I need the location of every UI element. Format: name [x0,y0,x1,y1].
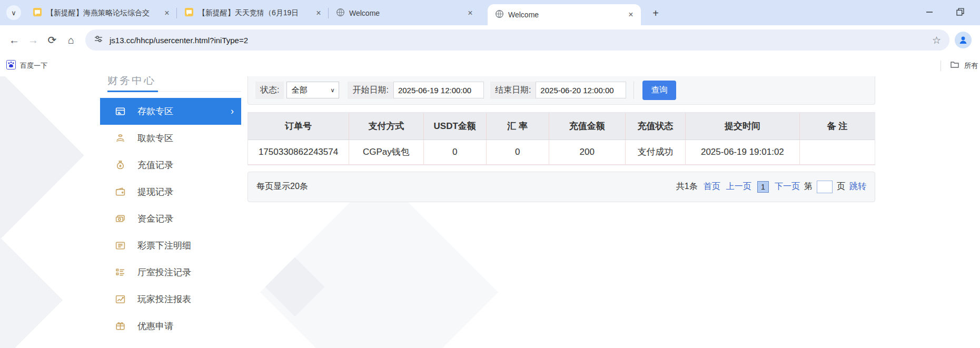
sidebar-header-underline [107,90,241,92]
bookmark-baidu[interactable]: 百度一下 [6,60,47,71]
cell-pay-method: CGPay钱包 [349,140,424,164]
col-recharge-status: 充值状态 [625,113,685,140]
tab-search-chevron-icon: ∨ [11,9,16,17]
start-date-input[interactable] [393,82,484,98]
forward-icon[interactable]: → [24,31,42,49]
sidebar-menu: 存款专区 › 取款专区 充值记录 提现记录 资金记录 彩票下注明细 [100,98,241,340]
pagination-bar: 每页显示20条 共1条 首页 上一页 1 下一页 第 页 跳转 [248,172,875,202]
main-panel: 状态: 全部 ∨ 开始日期: 结束日期: 查询 订单号 [248,76,875,202]
globe-favicon [336,8,345,18]
cell-order-id: 1750330862243574 [248,140,349,164]
tab-strip: ∨ 【新提醒】海燕策略论坛综合交 × 【新提醒】天天竞猜（6月19日 × Wel… [0,0,980,25]
window-controls [926,0,980,25]
tab-welcome-1[interactable]: Welcome × [329,1,480,25]
query-button[interactable]: 查询 [642,81,676,100]
deposit-records-table: 订单号 支付方式 USDT金额 汇 率 充值金额 充值状态 提交时间 备 注 1… [248,112,875,165]
tab-title: 【新提醒】天天竞猜（6月19日 [198,8,310,18]
col-order-id: 订单号 [248,113,349,140]
cell-usdt-amount: 0 [423,140,486,164]
tab-close-icon[interactable]: × [626,10,636,19]
sidebar-item-lottery-bet-detail[interactable]: 彩票下注明细 [100,232,241,259]
end-date-input[interactable] [536,82,626,98]
reload-icon[interactable]: ⟳ [43,31,61,49]
col-submit-time: 提交时间 [686,113,800,140]
promo-gift-icon [115,321,126,332]
tab-close-icon[interactable]: × [314,8,323,18]
minimize-icon[interactable] [926,8,933,17]
sidebar-item-label: 提现记录 [137,186,173,198]
cell-remark [799,140,875,164]
first-page-link[interactable]: 首页 [704,181,720,192]
wallet-icon [115,186,126,197]
jump-page-input[interactable] [817,181,833,193]
cell-submit-time: 2025-06-19 19:01:02 [686,140,800,164]
sidebar-item-recharge-records[interactable]: 充值记录 [100,152,241,178]
sidebar-item-withdraw-records[interactable]: 提现记录 [100,178,241,205]
status-select[interactable]: 全部 ∨ [286,82,339,98]
sidebar-item-promo-apply[interactable]: 优惠申请 [100,313,241,340]
tab-title: Welcome [349,9,461,17]
prev-page-link[interactable]: 上一页 [726,181,751,192]
status-select-value: 全部 [291,85,307,95]
bookmarks-divider [941,61,941,71]
bookmarks-bar: 百度一下 所有 [0,55,980,76]
page-size-text: 每页显示20条 [256,181,308,192]
page-content: 财务中心 存款专区 › 取款专区 充值记录 提现记录 资 [0,76,980,348]
tab-forum-2[interactable]: 【新提醒】天天竞猜（6月19日 × [177,1,329,25]
sidebar-item-deposit-zone[interactable]: 存款专区 › [100,98,241,125]
start-date-label: 开始日期: [348,82,393,99]
finance-sidebar: 财务中心 存款专区 › 取款专区 充值记录 提现记录 资 [100,76,241,340]
filter-bar: 状态: 全部 ∨ 开始日期: 结束日期: 查询 [248,76,875,105]
restore-icon[interactable] [956,8,964,18]
jump-suffix-label: 页 [837,181,845,192]
chevron-right-icon: › [231,106,234,117]
next-page-link[interactable]: 下一页 [775,181,800,192]
sidebar-item-label: 充值记录 [137,159,173,171]
url-text[interactable]: js13.cc/hhcp/usercenter.html?iniType=2 [110,36,926,45]
tab-search-button[interactable]: ∨ [6,5,21,20]
tab-forum-1[interactable]: 【新提醒】海燕策略论坛综合交 × [25,1,177,25]
tab-close-icon[interactable]: × [162,8,172,18]
sidebar-item-fund-records[interactable]: 资金记录 [100,205,241,232]
deposit-card-icon [115,106,126,117]
baidu-paw-icon [6,60,16,71]
site-settings-icon[interactable] [94,34,103,46]
back-icon[interactable]: ← [5,31,23,49]
filter-divider [633,81,634,99]
col-remark: 备 注 [799,113,875,140]
jump-action-link[interactable]: 跳转 [849,181,866,192]
forum-favicon [33,7,42,18]
jump-prefix-label: 第 [804,181,813,192]
folder-icon [950,60,959,71]
sidebar-item-withdraw-zone[interactable]: 取款专区 [100,125,241,152]
all-bookmarks-button[interactable]: 所有 [941,60,978,71]
col-usdt-amount: USDT金额 [423,113,486,140]
sidebar-item-player-bet-report[interactable]: 玩家投注报表 [100,286,241,313]
money-bag-icon [115,160,126,171]
total-count-text: 共1条 [676,181,698,192]
bookmark-label: 百度一下 [20,61,47,71]
bookmark-star-icon[interactable]: ☆ [932,34,941,46]
decorative-shape [0,230,63,348]
table-row: 1750330862243574 CGPay钱包 0 0 200 支付成功 20… [248,140,875,164]
new-tab-button[interactable]: + [648,6,663,21]
sidebar-item-label: 优惠申请 [137,320,173,332]
sidebar-item-hall-bet-records[interactable]: 厅室投注记录 [100,259,241,286]
tab-welcome-2-active[interactable]: Welcome × [488,4,641,25]
browser-toolbar: ← → ⟳ ⌂ js13.cc/hhcp/usercenter.html?ini… [0,25,980,55]
col-recharge-amount: 充值金额 [549,113,625,140]
hall-list-icon [115,267,126,278]
sidebar-item-label: 玩家投注报表 [137,293,191,305]
home-icon[interactable]: ⌂ [62,31,80,49]
sidebar-item-label: 彩票下注明细 [137,240,191,252]
cell-exchange-rate: 0 [486,140,549,164]
col-pay-method: 支付方式 [349,113,424,140]
cell-recharge-amount: 200 [549,140,625,164]
profile-avatar[interactable] [955,32,972,48]
withdraw-hand-icon [115,133,126,144]
tab-title: 【新提醒】海燕策略论坛综合交 [46,8,158,18]
address-bar[interactable]: js13.cc/hhcp/usercenter.html?iniType=2 ☆ [85,29,949,51]
tab-close-icon[interactable]: × [466,8,475,18]
all-bookmarks-label: 所有 [964,61,978,71]
current-page-badge: 1 [757,181,769,193]
